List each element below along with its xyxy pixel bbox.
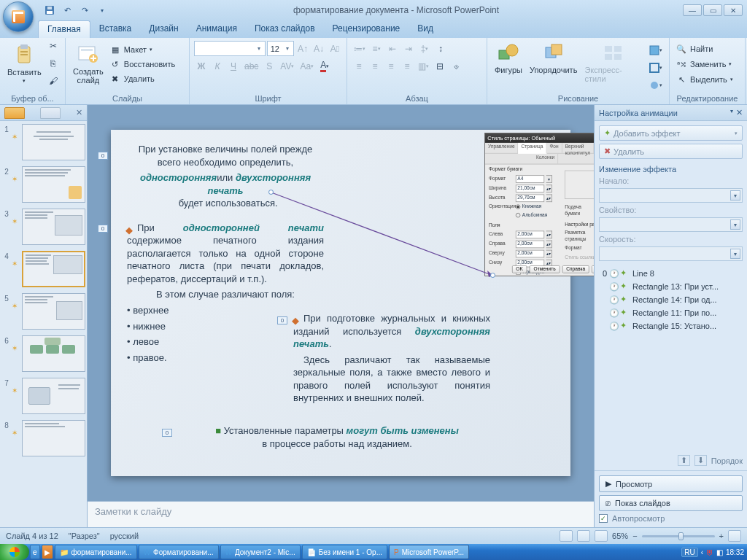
animation-item[interactable]: 🕐✦Rectangle 13: При уст... — [599, 280, 743, 293]
animation-list[interactable]: 0🕐✦Line 8 🕐✦Rectangle 13: При уст... 🕐✦R… — [599, 267, 743, 452]
close-thumbnail-panel[interactable]: ✕ — [76, 108, 82, 117]
reset-button[interactable]: ↺Восстановить — [108, 58, 177, 71]
status-language[interactable]: русский — [110, 532, 139, 540]
numbering-icon[interactable]: ≡▾ — [369, 41, 384, 56]
tab-view[interactable]: Вид — [409, 20, 442, 38]
shadow-icon[interactable]: S — [262, 58, 276, 74]
thumbnail-5[interactable]: 5✶ — [1, 293, 85, 330]
thumbnail-8[interactable]: 8✶ — [1, 420, 85, 456]
tab-home[interactable]: Главная — [38, 20, 90, 38]
align-left-icon[interactable]: ≡ — [352, 58, 366, 74]
animation-item[interactable]: 🕐✦Rectangle 14: При од... — [599, 293, 743, 306]
tray-language[interactable]: RU — [681, 548, 697, 557]
format-painter-icon[interactable]: 🖌 — [46, 74, 61, 89]
line-spacing-icon[interactable]: ‡▾ — [417, 41, 432, 56]
align-text-icon[interactable]: ⊟ — [433, 58, 447, 74]
text-direction-icon[interactable]: ↕ — [433, 41, 448, 56]
office-button[interactable] — [3, 1, 34, 32]
tab-animation[interactable]: Анимация — [187, 20, 246, 38]
italic-icon[interactable]: К — [210, 58, 225, 74]
thumbnail-6[interactable]: 6✶ — [1, 335, 85, 372]
spacing-icon[interactable]: AV▾ — [278, 58, 296, 74]
quick-launch-ie[interactable]: e — [30, 545, 40, 559]
bullets-icon[interactable]: ≔▾ — [352, 41, 368, 56]
thumbnail-7[interactable]: 7✶ — [1, 378, 85, 414]
taskbar-item[interactable]: 📄Без имени 1 - Op... — [302, 545, 387, 559]
align-right-icon[interactable]: ≡ — [384, 58, 398, 74]
tray-shield-icon[interactable]: ⛨ — [706, 548, 713, 556]
cut-icon[interactable]: ✂ — [46, 39, 61, 54]
zoom-out-icon[interactable]: − — [632, 532, 637, 540]
layout-button[interactable]: ▦Макет ▾ — [108, 43, 177, 56]
tray-clock[interactable]: 18:32 — [726, 548, 744, 556]
fit-window-icon[interactable] — [728, 530, 741, 542]
slideshow-view-icon[interactable] — [595, 530, 608, 542]
indent-dec-icon[interactable]: ⇤ — [385, 41, 400, 56]
shape-outline-icon[interactable]: ▾ — [647, 60, 665, 75]
find-button[interactable]: 🔍Найти — [674, 42, 740, 55]
tray-app-icon[interactable]: ◧ — [716, 548, 723, 556]
normal-view-icon[interactable] — [560, 530, 573, 542]
taskbar-item-active[interactable]: PMicrosoft PowerP... — [389, 545, 469, 559]
shape-fill-icon[interactable]: ▾ — [647, 42, 665, 58]
minimize-button[interactable]: ― — [683, 4, 702, 16]
underline-icon[interactable]: Ч — [226, 58, 241, 74]
tab-design[interactable]: Дизайн — [140, 20, 187, 38]
arrange-button[interactable]: Упорядочить — [527, 39, 580, 76]
paste-button[interactable]: Вставить ▾ — [4, 42, 44, 85]
start-combo[interactable]: ▾ — [599, 188, 743, 203]
strike-icon[interactable]: abc — [242, 58, 260, 74]
case-icon[interactable]: Aa▾ — [298, 58, 316, 74]
redo-icon[interactable]: ↷ — [77, 3, 92, 18]
animation-item[interactable]: 🕐✦Rectangle 11: При по... — [599, 306, 743, 319]
quick-styles-button[interactable]: Экспресс-стили — [581, 39, 646, 85]
columns-icon[interactable]: ▥▾ — [416, 58, 431, 74]
thumbnail-tab-outline[interactable] — [40, 107, 61, 119]
remove-effect-button[interactable]: ✖Удалить — [599, 144, 743, 159]
indent-inc-icon[interactable]: ⇥ — [401, 41, 416, 56]
save-icon[interactable] — [42, 3, 57, 18]
start-button[interactable] — [0, 544, 29, 560]
slideshow-button[interactable]: ⎚Показ слайдов — [599, 495, 743, 511]
close-button[interactable]: ✕ — [724, 4, 743, 16]
animation-item[interactable]: 0🕐✦Line 8 — [599, 267, 743, 280]
pane-dropdown-icon[interactable]: ▾ — [730, 108, 733, 117]
notes-pane[interactable]: Заметки к слайду — [88, 501, 594, 527]
clear-format-icon[interactable]: Aͯ — [328, 41, 342, 56]
thumbnail-1[interactable]: 1✶ — [1, 124, 85, 160]
copy-icon[interactable]: ⎘ — [46, 56, 61, 71]
add-effect-button[interactable]: ✦Добавить эффект ▾ — [599, 125, 743, 141]
zoom-in-icon[interactable]: + — [719, 532, 724, 540]
align-center-icon[interactable]: ≡ — [368, 58, 382, 74]
thumbnail-tab-slides[interactable] — [4, 107, 25, 119]
tab-review[interactable]: Рецензирование — [324, 20, 409, 38]
bold-icon[interactable]: Ж — [194, 58, 209, 74]
taskbar-item[interactable]: WДокумент2 - Mic... — [220, 545, 301, 559]
quick-launch-player[interactable]: ▶ — [42, 545, 53, 559]
justify-icon[interactable]: ≡ — [400, 58, 414, 74]
select-button[interactable]: ↖Выделить▾ — [674, 73, 740, 86]
taskbar-item[interactable]: WФорматировани... — [139, 545, 219, 559]
tab-slideshow[interactable]: Показ слайдов — [246, 20, 324, 38]
undo-icon[interactable]: ↶ — [60, 3, 74, 18]
taskbar-item[interactable]: 📁форматировани... — [55, 545, 137, 559]
slide-canvas[interactable]: 0 0 0 0 При установке величины полей пре… — [111, 130, 570, 476]
reorder-up-icon[interactable]: ⬆ — [678, 455, 690, 466]
reorder-down-icon[interactable]: ⬇ — [694, 455, 707, 466]
replace-button[interactable]: ᵃ⤭Заменить▾ — [674, 58, 740, 71]
tab-insert[interactable]: Вставка — [90, 20, 141, 38]
shrink-font-icon[interactable]: A↓ — [311, 41, 326, 56]
preview-button[interactable]: ▶Просмотр — [599, 475, 743, 492]
zoom-slider[interactable] — [642, 535, 715, 537]
tray-chevron-icon[interactable]: ‹ — [701, 548, 703, 556]
thumbnail-3[interactable]: 3✶ — [1, 209, 85, 245]
animation-item[interactable]: 🕐✦Rectangle 15: Устано... — [599, 319, 743, 332]
font-color-icon[interactable]: A▾ — [317, 58, 332, 74]
maximize-button[interactable]: ▭ — [703, 4, 722, 16]
font-family-combo[interactable]: ▾ — [194, 41, 266, 56]
speed-combo[interactable]: ▾ — [599, 246, 743, 261]
new-slide-button[interactable]: Создать слайд — [70, 41, 107, 86]
close-pane-icon[interactable]: ✕ — [736, 108, 743, 117]
thumbnail-2[interactable]: 2✶ — [1, 166, 85, 203]
thumbnail-4[interactable]: 4✶ — [1, 251, 85, 287]
